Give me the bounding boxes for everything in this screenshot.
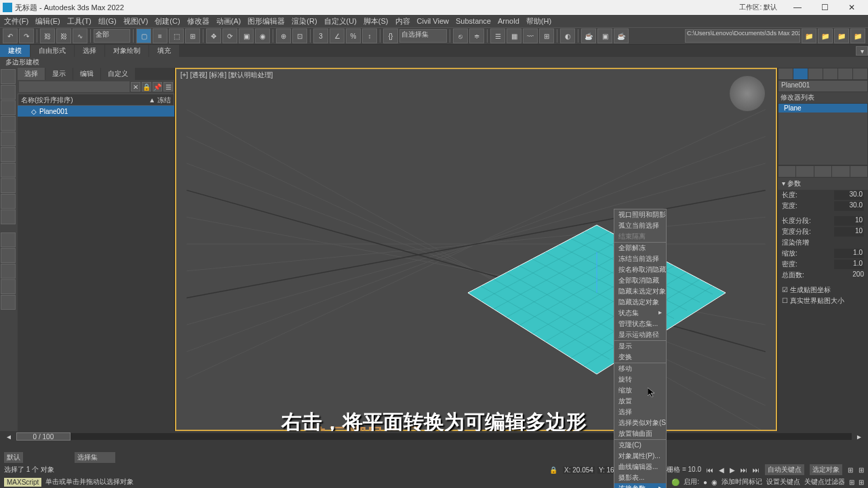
stack-btn-3[interactable] bbox=[814, 166, 831, 177]
menu-item[interactable]: 动画(A) bbox=[216, 16, 241, 26]
context-menu-item[interactable]: 摄影表... bbox=[614, 472, 666, 483]
ribbon-toggle[interactable]: ▾ bbox=[856, 46, 868, 56]
menu-item[interactable]: 视图(V) bbox=[123, 16, 149, 26]
select-button[interactable]: ▢ bbox=[136, 28, 151, 43]
render-setup-button[interactable]: ☕ bbox=[581, 28, 596, 43]
gen-coords-checkbox[interactable]: ☑ 生成贴图坐标 bbox=[778, 285, 868, 296]
path-btn1[interactable]: 📁 bbox=[802, 28, 816, 43]
lbtn-2[interactable] bbox=[1, 85, 16, 100]
maxscript-label[interactable]: MAXScript bbox=[4, 478, 41, 487]
pin-icon[interactable]: 📌 bbox=[153, 82, 162, 92]
hierarchy-tab[interactable] bbox=[808, 68, 823, 79]
lbtn-9[interactable] bbox=[1, 194, 16, 209]
context-menu-item[interactable]: 全部取消隐藏 bbox=[614, 275, 666, 286]
lbtn-6[interactable] bbox=[1, 147, 16, 162]
lbtn-12[interactable] bbox=[1, 248, 16, 263]
context-menu-item[interactable]: 曲线编辑器... bbox=[614, 462, 666, 472]
maximize-button[interactable]: ☐ bbox=[811, 1, 838, 14]
menu-item[interactable]: 编辑(E) bbox=[35, 16, 60, 26]
width-spinner[interactable]: 30.0 bbox=[834, 201, 864, 211]
menu-item[interactable]: 脚本(S) bbox=[363, 16, 389, 26]
menu-item[interactable]: Civil View bbox=[417, 17, 449, 25]
window-crossing-button[interactable]: ⊞ bbox=[185, 28, 200, 43]
stack-btn-5[interactable] bbox=[850, 166, 867, 177]
real-world-checkbox[interactable]: ☐ 真实世界贴图大小 bbox=[778, 296, 868, 306]
scale-spinner[interactable]: 1.0 bbox=[834, 249, 864, 258]
context-menu-item[interactable]: 按名称取消隐藏 bbox=[614, 264, 666, 275]
context-menu-item[interactable]: 放置轴曲面 bbox=[614, 428, 666, 439]
project-path[interactable]: C:\Users\Lenovo\Documents\3ds Max 2022 bbox=[685, 29, 800, 43]
scale-button[interactable]: ▣ bbox=[239, 28, 254, 43]
pivot-button[interactable]: ⊡ bbox=[292, 28, 307, 43]
lbtn-4[interactable] bbox=[1, 116, 16, 131]
motion-tab[interactable] bbox=[823, 68, 837, 79]
display-tab[interactable] bbox=[838, 68, 852, 79]
menu-item[interactable]: 内容 bbox=[395, 16, 410, 26]
select-name-button[interactable]: ≡ bbox=[153, 28, 167, 43]
none-combo[interactable]: 默认 bbox=[4, 452, 23, 463]
context-menu-item[interactable]: 放置 bbox=[614, 396, 666, 407]
context-menu-item[interactable]: 孤立当前选择 bbox=[614, 220, 666, 231]
path-btn2[interactable]: 📁 bbox=[818, 28, 833, 43]
menu-item[interactable]: 图形编辑器 bbox=[248, 16, 285, 26]
angle-snap-button[interactable]: ∠ bbox=[330, 28, 344, 43]
plane-object[interactable] bbox=[461, 218, 732, 381]
menu-item[interactable]: 帮助(H) bbox=[526, 16, 551, 26]
play-button[interactable]: ▶ bbox=[730, 466, 735, 474]
context-menu-item[interactable]: 冻结当前选择 bbox=[614, 253, 666, 264]
lock-icon[interactable]: 🔒 bbox=[142, 82, 151, 92]
selset-combo2[interactable]: 选择集 bbox=[75, 452, 115, 463]
menu-item[interactable]: 渲染(R) bbox=[292, 16, 317, 26]
render-frame-button[interactable]: ▣ bbox=[597, 28, 612, 43]
lbtn-11[interactable] bbox=[1, 232, 16, 247]
align-button[interactable]: ≑ bbox=[469, 28, 484, 43]
tab-objpaint[interactable]: 对象绘制 bbox=[105, 45, 149, 57]
tab-freeform[interactable]: 自由形式 bbox=[31, 45, 74, 57]
rotate-button[interactable]: ⟳ bbox=[222, 28, 237, 43]
context-menu-item[interactable]: 对象属性(P)... bbox=[614, 451, 666, 462]
track-bar[interactable] bbox=[0, 442, 868, 451]
context-menu-item[interactable]: 隐藏未选定对象 bbox=[614, 286, 666, 297]
menu-item[interactable]: Substance bbox=[456, 17, 491, 25]
lbtn-7[interactable] bbox=[1, 163, 16, 178]
layer-button[interactable]: ☰ bbox=[490, 28, 505, 43]
toggle-button[interactable]: ▦ bbox=[507, 28, 521, 43]
menu-item[interactable]: 自定义(U) bbox=[324, 16, 357, 26]
keyfilter-button[interactable]: 关键点过滤器 bbox=[804, 477, 845, 487]
viewcube[interactable] bbox=[730, 76, 765, 111]
context-menu-item[interactable]: 显示运动路径 bbox=[614, 329, 666, 340]
setkey-button[interactable]: 设置关键点 bbox=[766, 477, 800, 487]
material-button[interactable]: ◐ bbox=[560, 28, 575, 43]
explorer-tab-display[interactable]: 显示 bbox=[45, 68, 73, 80]
lseg-spinner[interactable]: 10 bbox=[834, 216, 864, 226]
context-menu-item[interactable]: 旋转 bbox=[614, 374, 666, 385]
lbtn-5[interactable] bbox=[1, 131, 16, 146]
bind-button[interactable]: ∿ bbox=[73, 28, 87, 43]
tree-item-plane001[interactable]: ◇Plane001 bbox=[18, 106, 174, 117]
lbtn-13[interactable] bbox=[1, 264, 16, 279]
time-slider[interactable]: ◄ 0 / 100 ► bbox=[0, 431, 868, 442]
spinner-snap-button[interactable]: ↕ bbox=[362, 28, 377, 43]
context-menu-item[interactable]: 全部解冻 bbox=[614, 243, 666, 253]
selset-button[interactable]: 选定对象 bbox=[810, 464, 842, 475]
viewport-perspective[interactable]: [+] [透视] [标准] [默认明暗处理] bbox=[175, 68, 777, 431]
context-menu-item[interactable]: 克隆(C) bbox=[614, 440, 666, 451]
close-button[interactable]: ✕ bbox=[838, 1, 865, 14]
lbtn-14[interactable] bbox=[1, 279, 16, 294]
list-icon[interactable]: ☰ bbox=[163, 82, 173, 92]
menu-item[interactable]: Arnold bbox=[498, 17, 519, 25]
unlink-button[interactable]: ⛓ bbox=[56, 28, 71, 43]
time-thumb[interactable]: 0 / 100 bbox=[16, 432, 71, 441]
lbtn-3[interactable] bbox=[1, 100, 16, 115]
context-menu-item[interactable]: 结束隔离 bbox=[614, 231, 666, 242]
explorer-tab-select[interactable]: 选择 bbox=[18, 68, 45, 80]
explorer-header[interactable]: 名称(按升序排序)▲ 冻结 bbox=[18, 94, 174, 106]
context-menu-item[interactable]: 选择 bbox=[614, 407, 666, 418]
render-button[interactable]: ☕ bbox=[614, 28, 629, 43]
autokey-button[interactable]: 自动关键点 bbox=[765, 464, 804, 475]
menu-item[interactable]: 组(G) bbox=[98, 16, 117, 26]
snap-button[interactable]: 3 bbox=[313, 28, 328, 43]
context-menu-item[interactable]: 变换 bbox=[614, 352, 666, 363]
menu-item[interactable]: 文件(F) bbox=[4, 16, 28, 26]
ribbon-subtab[interactable]: 多边形建模 bbox=[0, 57, 868, 68]
